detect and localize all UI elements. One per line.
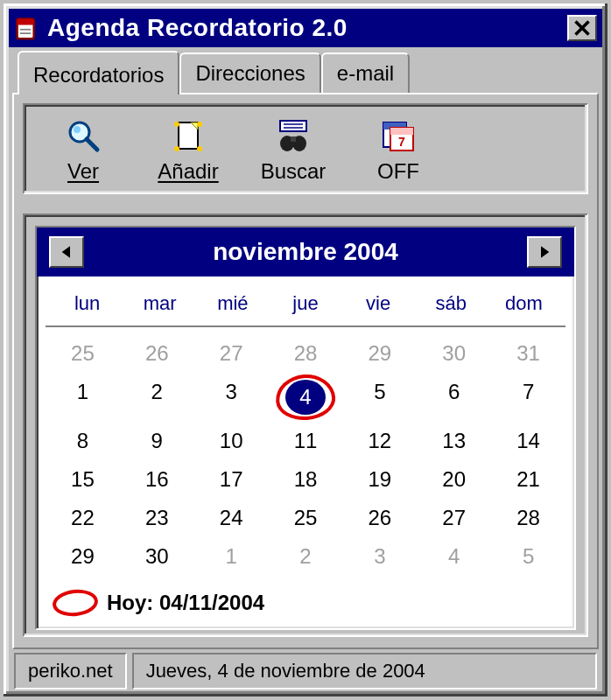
day-number: 2 <box>299 544 311 568</box>
day-number: 25 <box>294 506 318 529</box>
calendar-day-cell[interactable]: 10 <box>194 422 269 460</box>
app-icon <box>14 16 39 40</box>
calendar-day-cell[interactable]: 27 <box>194 334 269 373</box>
calendar-grid: 2526272829303112345678910111213141516171… <box>37 327 574 584</box>
day-number: 3 <box>374 544 385 568</box>
svg-rect-18 <box>291 136 296 142</box>
calendar-day-cell[interactable]: 7 <box>491 373 565 422</box>
day-number: 25 <box>71 341 95 365</box>
toolbar-label: Buscar <box>261 159 327 184</box>
calendar-day-cell[interactable]: 12 <box>342 422 417 460</box>
calendar-day-cell[interactable]: 19 <box>342 460 417 499</box>
calendar-day-cell[interactable]: 17 <box>194 460 269 499</box>
calendar-day-cell[interactable]: 5 <box>342 373 417 422</box>
calendar-day-cell[interactable]: 5 <box>491 537 565 576</box>
day-number: 20 <box>442 467 466 491</box>
calendar-day-cell[interactable]: 28 <box>491 499 565 537</box>
anadir-button[interactable]: Añadir <box>149 117 228 184</box>
calendar-day-cell[interactable]: 14 <box>491 422 565 460</box>
day-number: 28 <box>294 341 318 365</box>
calendar-day-cell[interactable]: 8 <box>46 422 120 460</box>
calendar-day-cell[interactable]: 21 <box>491 460 565 499</box>
day-number: 5 <box>374 380 385 403</box>
day-number: 5 <box>523 544 534 568</box>
calendar-day-cell[interactable]: 4 <box>417 537 491 576</box>
new-document-icon <box>170 117 207 154</box>
day-number: 27 <box>220 341 243 365</box>
close-button[interactable] <box>567 15 597 41</box>
day-number: 31 <box>516 341 540 365</box>
calendar-day-cell[interactable]: 23 <box>120 499 194 537</box>
calendar-day-cell[interactable]: 3 <box>342 537 417 576</box>
dow-cell: sáb <box>415 289 488 318</box>
day-number: 21 <box>516 467 540 491</box>
day-number: 23 <box>145 506 169 529</box>
calendar-day-cell[interactable]: 1 <box>46 373 120 422</box>
calendar-footer[interactable]: Hoy: 04/11/2004 <box>37 584 574 628</box>
calendar-day-cell[interactable]: 31 <box>491 334 565 373</box>
day-number: 3 <box>225 380 236 403</box>
toolbar: Ver Añadir <box>23 103 588 194</box>
calendar-day-cell[interactable]: 22 <box>46 499 120 537</box>
toolbar-label: Ver <box>67 159 99 184</box>
calendar-day-cell[interactable]: 29 <box>342 334 417 373</box>
calendar-day-cell[interactable]: 26 <box>120 334 194 373</box>
prev-month-button[interactable] <box>49 236 84 268</box>
calendar-day-cell[interactable]: 18 <box>269 460 343 499</box>
calendar-day-cell[interactable]: 26 <box>342 499 417 537</box>
binoculars-icon <box>275 117 312 154</box>
off-button[interactable]: 7 OFF <box>359 117 438 184</box>
svg-marker-24 <box>62 246 70 257</box>
calendar-day-cell[interactable]: 29 <box>46 537 120 576</box>
svg-text:7: 7 <box>398 135 405 149</box>
calendar-day-cell[interactable]: 24 <box>194 499 269 537</box>
day-number: 29 <box>369 341 392 365</box>
day-number: 16 <box>145 467 169 491</box>
day-number: 8 <box>77 429 88 452</box>
client-area: Recordatorios Direcciones e-mail <box>9 47 602 691</box>
calendar-day-cell[interactable]: 9 <box>120 422 194 460</box>
day-number: 6 <box>448 380 460 403</box>
calendar-day-cell[interactable]: 30 <box>417 334 491 373</box>
calendar-day-cell[interactable]: 27 <box>417 499 491 537</box>
calendar-day-cell[interactable]: 2 <box>120 373 194 422</box>
day-number: 1 <box>225 544 236 568</box>
calendar-week-row: 25262728293031 <box>46 334 565 373</box>
next-month-button[interactable] <box>527 236 562 268</box>
tab-email[interactable]: e-mail <box>321 52 410 93</box>
tab-label: e-mail <box>337 61 394 85</box>
calendar-day-cell[interactable]: 25 <box>46 334 120 373</box>
calendar-day-cell[interactable]: 1 <box>194 537 269 576</box>
calendar-off-icon: 7 <box>380 117 417 154</box>
day-number: 26 <box>369 506 392 529</box>
calendar-day-cell[interactable]: 20 <box>417 460 491 499</box>
calendar-day-cell[interactable]: 4 <box>269 373 343 422</box>
magnifier-icon <box>65 117 102 154</box>
day-number: 17 <box>220 467 243 491</box>
tab-direcciones[interactable]: Direcciones <box>179 52 320 93</box>
calendar-day-cell[interactable]: 6 <box>417 373 491 422</box>
calendar-day-cell[interactable]: 13 <box>417 422 491 460</box>
calendar-day-cell[interactable]: 28 <box>269 334 343 373</box>
buscar-button[interactable]: Buscar <box>254 117 333 184</box>
calendar-day-cell[interactable]: 15 <box>46 460 120 499</box>
calendar-day-cell[interactable]: 25 <box>269 499 343 537</box>
tab-recordatorios[interactable]: Recordatorios <box>18 51 179 94</box>
calendar-header: noviembre 2004 <box>37 228 574 276</box>
calendar-day-cell[interactable]: 3 <box>194 373 269 422</box>
dow-cell: lun <box>51 289 123 318</box>
application-window: Agenda Recordatorio 2.0 Recordatorios Di… <box>0 0 611 700</box>
dow-cell: mié <box>196 289 269 318</box>
day-number: 12 <box>369 429 392 452</box>
ver-button[interactable]: Ver <box>44 117 123 184</box>
calendar-day-cell[interactable]: 30 <box>120 537 194 576</box>
day-number: 2 <box>151 380 163 403</box>
day-number: 26 <box>145 341 169 365</box>
day-number: 4 <box>448 544 460 568</box>
calendar-day-cell[interactable]: 16 <box>120 460 194 499</box>
calendar-day-cell[interactable]: 11 <box>269 422 343 460</box>
calendar-day-cell[interactable]: 2 <box>269 537 343 576</box>
day-number: 22 <box>71 506 95 529</box>
calendar: noviembre 2004 lun mar mié jue vie sáb d… <box>35 226 576 630</box>
calendar-week-row: 891011121314 <box>46 422 565 460</box>
